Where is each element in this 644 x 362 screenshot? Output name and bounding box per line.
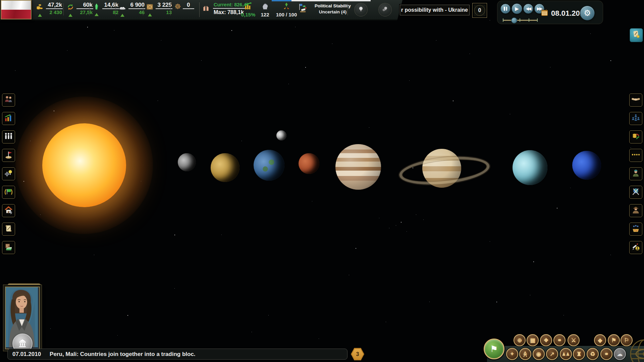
resources-map-button[interactable]: ◆ [594,334,606,346]
news-date: 07.01.2010 [12,351,41,358]
recycle-icon: ♻ [590,351,595,358]
sidebar-construction-button[interactable] [2,204,15,217]
resource-raw-materials[interactable]: 6 900 46 [118,2,145,17]
political-stability-icon [298,3,308,15]
sidebar-population-button[interactable] [2,130,15,143]
laurel-flag-icon [4,187,13,197]
indicator-value: 122 [261,12,269,17]
divider [143,3,143,15]
relations-map-button[interactable]: ⚭ [600,348,612,360]
planet-jupiter [335,144,381,190]
flag-white-stripe [1,1,31,10]
player-country-flag[interactable] [1,0,32,19]
sidebar-assembly-button[interactable] [629,223,642,236]
weather-icon: ☁ [617,351,623,358]
claims-map-button[interactable]: ⚐ [621,334,633,346]
pause-icon [503,7,508,11]
sidebar-economy-button[interactable] [2,241,15,254]
sidebar-missions-button[interactable] [2,149,15,162]
technology-button[interactable]: ▦ [527,334,539,346]
resource-naval[interactable]: ☸ 0 [174,2,194,11]
mission-flag-icon [4,150,13,161]
trend-up-icon [120,14,124,17]
hint-bulb-gear-button[interactable] [378,3,392,16]
sidebar-market-button[interactable] [629,130,642,143]
hint-bulb-button[interactable] [354,3,368,16]
military-rank-map-button[interactable]: ≫ [519,348,531,360]
political-stability-title: Political Stability [315,3,351,9]
war-map-button[interactable]: ⚔ [568,334,580,346]
capitol-icon: ♜ [576,351,581,358]
chip-icon: ▦ [530,337,535,344]
rewind-button[interactable]: ◀◀ [523,4,533,14]
sidebar-research-button[interactable] [2,167,15,180]
sidebar-advisors-button[interactable] [2,94,15,107]
divider [347,3,348,15]
diplomacy-map-button[interactable]: ⚭ [553,334,566,346]
gear-icon: ⚙ [584,8,591,18]
swords-icon: ⚔ [571,337,576,344]
notification-counter[interactable]: 0 [472,3,487,18]
indicator-research-points[interactable]: 122 [256,2,274,17]
puzzle-button[interactable]: ❖ [540,334,552,346]
slider-knob[interactable] [511,17,517,23]
government-map-button[interactable]: ♜ [573,348,585,360]
indicator-growth[interactable]: 0,15% [239,2,258,17]
settings-button[interactable]: ⚙ [580,6,595,20]
moon [276,130,286,140]
calendar-icon [540,8,549,18]
objectives-button[interactable] [630,28,643,42]
handshake-icon: ⚭ [604,351,609,358]
globe-button[interactable]: ⊕ [514,334,526,346]
event-ticker[interactable]: r possibility with - Ukraine [400,5,470,15]
resource-goods[interactable]: 3 225 13 [146,2,172,16]
weather-map-button[interactable]: ☁ [614,348,626,360]
sidebar-politics-button[interactable] [2,186,15,199]
planet-mercury [178,153,196,171]
news-message: Peru, Mali: Countries join together into… [50,351,195,358]
chart-arrow-icon: ↗ [550,351,554,358]
map-modes-button[interactable]: ⚑ [484,339,504,359]
resource-change [183,9,194,10]
alliances-map-button[interactable]: ⚑ [608,334,620,346]
influence-map-button[interactable]: ◉ [533,348,545,360]
sidebar-statistics-button[interactable] [2,112,15,125]
game-speed-slider[interactable] [503,18,538,22]
economy-map-button[interactable]: ↗ [546,348,558,360]
planet-earth [254,150,284,181]
sidebar-army-button[interactable] [629,167,642,180]
indicator-manpower[interactable]: 100 / 100 [274,2,299,17]
news-count: 3 [356,351,359,357]
party-members-icon [631,113,640,124]
news-count-badge[interactable]: 3 [351,348,364,360]
bank-building-icon [17,338,28,349]
crate-icon [146,3,154,12]
sidebar-diplomacy-button[interactable] [629,94,642,107]
resource-value: 14,6k [102,2,119,9]
terrain-map-button[interactable]: ⌖ [506,348,518,360]
sidebar-government-button[interactable] [629,112,642,125]
population-map-button[interactable]: ♟♟ [560,348,572,360]
recycle-arrows-icon [66,3,75,13]
resource-value: 47,2k [46,2,63,9]
sidebar-more-options-button[interactable] [629,149,642,162]
top-progress-fill [272,0,291,1]
resource-change: 27,5k [76,9,93,15]
political-stability-status: Uncertain (4) [319,9,347,15]
sidebar-war-button[interactable] [629,186,642,199]
sidebar-nuclear-button[interactable] [629,241,642,254]
news-ticker-bar[interactable]: 07.01.2010 Peru, Mali: Countries join to… [7,349,347,360]
pause-button[interactable] [500,4,511,14]
divider [199,2,200,17]
sidebar-espionage-button[interactable] [629,204,642,217]
trend-up-icon [95,13,99,16]
resource-money[interactable]: 47,2k 2 430 [36,2,63,17]
play-button[interactable]: ▶ [512,3,522,14]
political-stability[interactable]: Political Stability Uncertain (4) [298,3,355,15]
recycling-map-button[interactable]: ♻ [587,348,599,360]
planet-mars [299,153,319,174]
top-progress-bar [272,0,371,1]
sidebar-laws-button[interactable] [2,223,15,236]
indicator-value: 100 / 100 [276,12,297,17]
scroll-star-icon [632,30,641,41]
